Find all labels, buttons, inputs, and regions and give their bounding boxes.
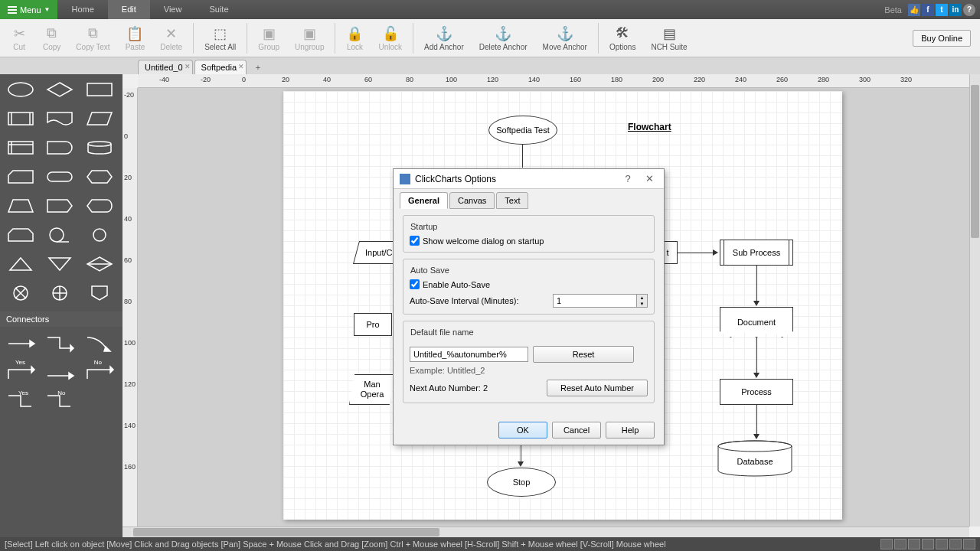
- autosave-checkbox-label[interactable]: Enable Auto-Save: [410, 279, 648, 289]
- ungroup-button[interactable]: ▣Ungroup: [287, 21, 332, 56]
- close-icon[interactable]: ✕: [238, 63, 244, 70]
- menu-view[interactable]: View: [150, 0, 196, 19]
- shape-triangle[interactable]: [5, 252, 37, 276]
- buy-online-button[interactable]: Buy Online: [913, 30, 971, 47]
- shape-manop[interactable]: ManOpera: [349, 374, 395, 405]
- autosave-interval-spinner[interactable]: ▲▼: [553, 294, 648, 308]
- connector-yes2[interactable]: Yes: [5, 390, 37, 414]
- nchsuite-button[interactable]: ▤NCH Suite: [643, 21, 694, 56]
- facebook-icon[interactable]: f: [922, 4, 934, 16]
- addanchor-button[interactable]: ⚓Add Anchor: [416, 21, 472, 56]
- lock-button[interactable]: 🔒Lock: [338, 21, 371, 56]
- cancel-button[interactable]: Cancel: [552, 422, 601, 439]
- connector-curve[interactable]: [83, 331, 116, 356]
- shape-start[interactable]: Softpedia Test: [488, 116, 557, 145]
- welcome-checkbox-label[interactable]: Show welcome dialog on startup: [410, 236, 648, 246]
- connector-no2[interactable]: No: [44, 390, 76, 414]
- connector-line[interactable]: [756, 405, 757, 435]
- connector-straight[interactable]: [5, 331, 37, 356]
- shape-subprocess[interactable]: [5, 106, 37, 131]
- shape-database[interactable]: Database: [717, 440, 793, 477]
- tray-icon[interactable]: [949, 539, 962, 549]
- help-button[interactable]: Help: [606, 422, 655, 439]
- tray-icon[interactable]: [963, 539, 975, 549]
- connectors-header[interactable]: Connectors: [0, 311, 122, 327]
- shape-document[interactable]: [44, 106, 76, 131]
- shape-diamond[interactable]: [44, 77, 76, 102]
- shape-offpage[interactable]: [83, 281, 116, 305]
- shape-process-left[interactable]: Pro: [354, 313, 392, 336]
- connector-line[interactable]: [522, 145, 523, 168]
- close-icon[interactable]: ✕: [185, 63, 191, 70]
- thumbsup-icon[interactable]: 👍: [908, 4, 920, 16]
- shape-display[interactable]: [83, 194, 116, 218]
- tray-icon[interactable]: [936, 539, 948, 549]
- shape-stop[interactable]: Stop: [487, 468, 556, 497]
- connector-no[interactable]: No: [83, 360, 116, 385]
- unlock-button[interactable]: 🔓Unlock: [371, 21, 410, 56]
- tray-icon[interactable]: [908, 539, 920, 549]
- connector-line[interactable]: [678, 253, 714, 253]
- shape-or[interactable]: [44, 281, 76, 305]
- autosave-checkbox[interactable]: [410, 279, 420, 289]
- shape-terminator[interactable]: [44, 165, 76, 189]
- menu-suite[interactable]: Suite: [195, 0, 242, 19]
- dialog-close-button[interactable]: ✕: [641, 173, 658, 184]
- add-tab-button[interactable]: +: [251, 60, 265, 74]
- dialog-help-button[interactable]: ?: [619, 173, 636, 184]
- scrollbar-thumb[interactable]: [133, 528, 439, 536]
- shape-looplimit[interactable]: [5, 223, 37, 247]
- connector-line[interactable]: [756, 337, 757, 374]
- connector-line[interactable]: [756, 266, 757, 302]
- shape-pentagon[interactable]: [44, 194, 76, 218]
- tab-text[interactable]: Text: [496, 192, 528, 209]
- shape-card[interactable]: [5, 165, 37, 189]
- ok-button[interactable]: OK: [498, 422, 547, 439]
- shape-parallelogram[interactable]: [83, 106, 116, 131]
- delete-button[interactable]: ✕Delete: [152, 21, 190, 56]
- shape-hexagon[interactable]: [83, 165, 116, 189]
- menu-edit[interactable]: Edit: [108, 0, 150, 19]
- autosave-interval-input[interactable]: [554, 295, 636, 307]
- paste-button[interactable]: 📋Paste: [118, 21, 153, 56]
- shape-subprocess[interactable]: Sub Process: [720, 240, 793, 266]
- shape-summing[interactable]: [5, 281, 37, 305]
- shape-delay[interactable]: [44, 135, 76, 160]
- menu-home[interactable]: Home: [57, 0, 107, 19]
- tray-icon[interactable]: [880, 539, 893, 549]
- copy-button[interactable]: ⧉Copy: [35, 21, 68, 56]
- connector-elbow[interactable]: [44, 331, 76, 356]
- shape-database[interactable]: [83, 135, 116, 160]
- spin-down-icon[interactable]: ▼: [637, 301, 647, 307]
- reset-button[interactable]: Reset: [533, 346, 634, 363]
- cut-button[interactable]: ✂Cut: [3, 21, 35, 56]
- selectall-button[interactable]: ⬚Select All: [197, 21, 243, 56]
- shape-storage[interactable]: [5, 135, 37, 160]
- linkedin-icon[interactable]: in: [949, 4, 962, 16]
- scrollbar-vertical[interactable]: [969, 74, 980, 527]
- doc-tab-1[interactable]: Untitled_0✕: [138, 60, 193, 74]
- group-button[interactable]: ▣Group: [250, 21, 287, 56]
- tab-canvas[interactable]: Canvas: [449, 192, 495, 209]
- copytext-button[interactable]: ⧉Copy Text: [68, 21, 117, 56]
- shape-triangle-down[interactable]: [44, 252, 76, 276]
- connector-yes[interactable]: Yes: [5, 360, 37, 385]
- tab-general[interactable]: General: [400, 192, 448, 209]
- welcome-checkbox[interactable]: [410, 236, 420, 246]
- filename-input[interactable]: [410, 347, 528, 362]
- shape-sort[interactable]: [83, 252, 116, 276]
- spin-up-icon[interactable]: ▲: [637, 295, 647, 301]
- options-button[interactable]: 🛠Options: [602, 21, 643, 56]
- twitter-icon[interactable]: t: [936, 4, 948, 16]
- doc-tab-2[interactable]: Softpedia✕: [194, 60, 247, 74]
- shape-tape[interactable]: [44, 223, 76, 247]
- tray-icon[interactable]: [894, 539, 906, 549]
- reset-autonumber-button[interactable]: Reset Auto Number: [547, 380, 648, 396]
- shape-rect[interactable]: [83, 77, 116, 102]
- moveanchor-button[interactable]: ⚓Move Anchor: [535, 21, 595, 56]
- shape-circle[interactable]: [83, 223, 116, 247]
- scrollbar-thumb[interactable]: [971, 85, 979, 238]
- shape-process[interactable]: Process: [720, 379, 793, 405]
- help-icon[interactable]: ?: [963, 4, 975, 16]
- scrollbar-horizontal[interactable]: [122, 527, 969, 537]
